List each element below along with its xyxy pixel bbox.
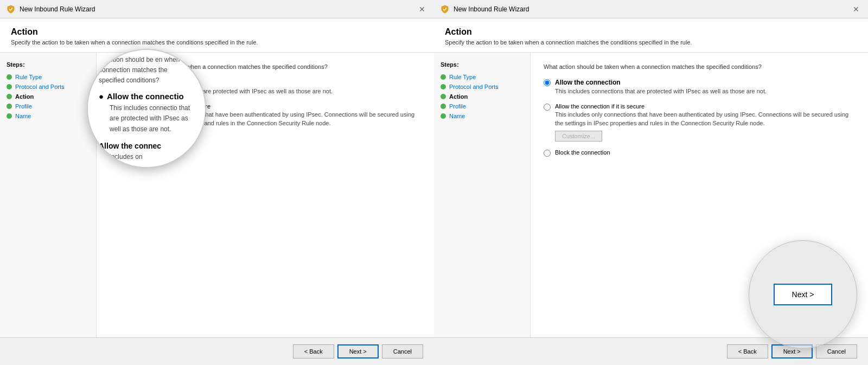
right-step-label-profile: Profile	[449, 103, 466, 110]
left-next-button[interactable]: Next >	[337, 344, 379, 358]
left-back-button[interactable]: < Back	[293, 344, 334, 358]
left-steps-label: Steps:	[7, 61, 90, 68]
left-step-label-protocol-ports: Protocol and Ports	[15, 84, 65, 90]
left-step-label-name: Name	[15, 113, 31, 119]
right-wizard-title: Action	[445, 27, 857, 37]
left-wizard-content: Steps: Rule Type Protocol and Ports Acti…	[0, 53, 434, 337]
right-question-text: What action should be taken when a conne…	[544, 63, 855, 70]
left-steps-panel: Steps: Rule Type Protocol and Ports Acti…	[0, 53, 97, 337]
zoom-question: at action should be en when a connection…	[99, 55, 194, 86]
right-wizard-header: Action Specify the action to be taken wh…	[434, 18, 868, 53]
left-step-action[interactable]: Action	[7, 92, 90, 101]
right-steps-label: Steps:	[441, 61, 524, 68]
right-step-label-name: Name	[449, 113, 465, 119]
left-step-label-rule-type: Rule Type	[15, 74, 42, 80]
right-step-profile[interactable]: Profile	[441, 101, 524, 111]
right-step-label-protocol-ports: Protocol and Ports	[449, 84, 499, 90]
left-title-text: New Inbound Rule Wizard	[20, 5, 412, 13]
right-zoom-next-button[interactable]: Next >	[774, 284, 833, 305]
right-back-button[interactable]: < Back	[727, 344, 768, 358]
right-close-button[interactable]: ✕	[851, 4, 861, 15]
right-title-bar: New Inbound Rule Wizard ✕	[434, 0, 868, 18]
zoom-option1: ● Allow the connectio	[99, 90, 194, 103]
zoom-option2: Allow the connec	[99, 140, 194, 152]
zoom-option1-desc: This includes connectio that are protect…	[110, 103, 194, 135]
left-step-dot-profile	[7, 104, 12, 109]
right-option-block-label: Block the connection	[555, 149, 610, 156]
left-step-name[interactable]: Name	[7, 111, 90, 121]
left-step-label-action: Action	[15, 93, 34, 100]
right-steps-panel: Steps: Rule Type Protocol and Ports Acti…	[434, 53, 531, 337]
right-shield-icon	[441, 5, 449, 14]
right-option-allow-secure-desc: This includes only connections that have…	[555, 111, 855, 127]
right-step-dot-protocol-ports	[441, 84, 446, 89]
left-step-dot-name	[7, 113, 12, 119]
right-radio-allow-secure[interactable]	[544, 104, 551, 111]
left-wizard-title: Action	[11, 27, 423, 37]
left-wizard-header: Action Specify the action to be taken wh…	[0, 18, 434, 53]
left-step-profile[interactable]: Profile	[7, 101, 90, 111]
right-radio-block[interactable]	[544, 150, 551, 157]
right-option-allow-secure-label: Allow the connection if it is secure	[555, 103, 855, 110]
right-zoom-overlay: Next >	[749, 240, 857, 349]
left-wizard-body: Action Specify the action to be taken wh…	[0, 18, 434, 365]
left-step-dot-action	[7, 94, 12, 99]
right-option-allow-desc: This includes connections that are prote…	[555, 87, 767, 95]
right-option-allow-label: Allow the connection	[555, 79, 767, 86]
right-title-text: New Inbound Rule Wizard	[454, 5, 846, 13]
right-step-label-action: Action	[449, 93, 468, 100]
left-title-bar: New Inbound Rule Wizard ✕	[0, 0, 434, 18]
right-wizard: New Inbound Rule Wizard ✕ Action Specify…	[434, 0, 868, 365]
right-step-name[interactable]: Name	[441, 111, 524, 121]
right-step-rule-type[interactable]: Rule Type	[441, 72, 524, 82]
left-wizard-footer: < Back Next > Cancel	[0, 337, 434, 365]
right-customize-button: Customize...	[555, 131, 602, 142]
right-step-dot-rule-type	[441, 74, 446, 80]
right-option-allow-secure: Allow the connection if it is secure Thi…	[544, 103, 855, 142]
right-radio-allow[interactable]	[544, 79, 551, 86]
right-wizard-subtitle: Specify the action to be taken when a co…	[445, 39, 857, 46]
left-step-protocol-ports[interactable]: Protocol and Ports	[7, 82, 90, 92]
right-step-action[interactable]: Action	[441, 92, 524, 101]
right-option-block: Block the connection	[544, 149, 855, 157]
left-zoom-overlay: at action should be en when a connection…	[87, 49, 206, 168]
shield-icon	[7, 5, 15, 14]
left-step-dot-rule-type	[7, 74, 12, 80]
left-cancel-button[interactable]: Cancel	[382, 344, 423, 358]
right-step-dot-name	[441, 113, 446, 119]
left-step-dot-protocol-ports	[7, 84, 12, 89]
left-step-rule-type[interactable]: Rule Type	[7, 72, 90, 82]
right-step-label-rule-type: Rule Type	[449, 74, 476, 80]
right-cancel-button[interactable]: Cancel	[816, 344, 857, 358]
right-option-allow: Allow the connection This includes conne…	[544, 79, 855, 95]
right-step-protocol-ports[interactable]: Protocol and Ports	[441, 82, 524, 92]
left-wizard-subtitle: Specify the action to be taken when a co…	[11, 39, 423, 46]
right-step-dot-profile	[441, 104, 446, 109]
left-wizard: New Inbound Rule Wizard ✕ Action Specify…	[0, 0, 434, 365]
left-close-button[interactable]: ✕	[417, 4, 427, 15]
left-step-label-profile: Profile	[15, 103, 32, 110]
right-step-dot-action	[441, 94, 446, 99]
